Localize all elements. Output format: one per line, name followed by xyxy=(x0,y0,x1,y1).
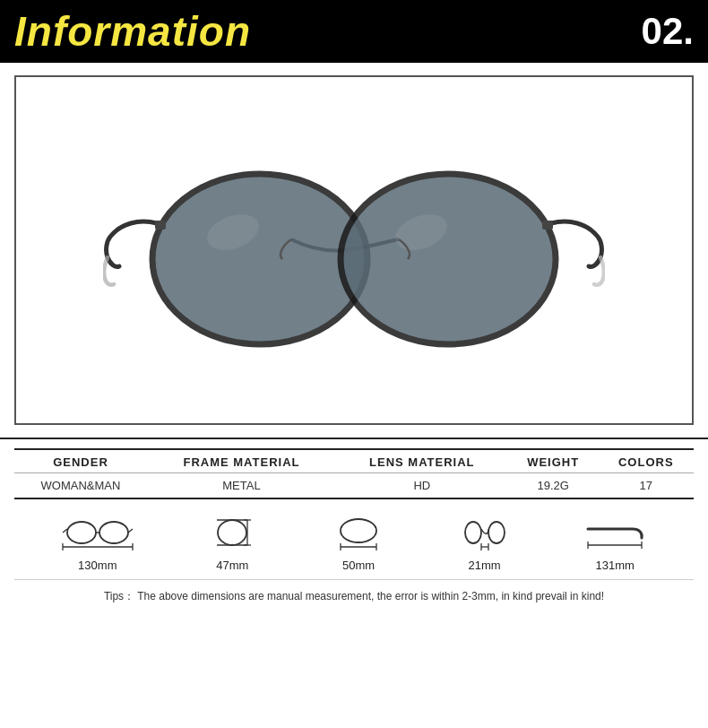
col-weight: WEIGHT xyxy=(508,449,599,473)
dim-icon-height xyxy=(210,512,255,553)
svg-line-10 xyxy=(128,529,133,533)
page-wrapper: Information 02. xyxy=(0,0,708,728)
svg-point-6 xyxy=(67,522,96,543)
dim-label-full: 130mm xyxy=(78,559,117,572)
col-frame: FRAME MATERIAL xyxy=(147,449,336,473)
svg-point-24 xyxy=(465,522,481,543)
dim-full-width: 130mm xyxy=(62,512,134,572)
dim-svg-bridge xyxy=(462,513,507,552)
dim-label-height: 47mm xyxy=(216,559,248,572)
dim-icon-arm xyxy=(583,512,646,553)
specs-table: GENDER FRAME MATERIAL LENS MATERIAL WEIG… xyxy=(14,448,694,499)
svg-rect-4 xyxy=(155,221,166,230)
dim-svg-lens-width xyxy=(332,513,385,552)
image-section xyxy=(0,63,708,439)
product-image-box xyxy=(14,75,694,425)
col-colors: COLORS xyxy=(599,449,694,473)
dim-lens-width: 50mm xyxy=(332,512,385,572)
header: Information 02. xyxy=(0,0,708,63)
val-gender: WOMAN&MAN xyxy=(14,473,147,499)
svg-point-14 xyxy=(218,520,246,545)
specs-header-row: GENDER FRAME MATERIAL LENS MATERIAL WEIG… xyxy=(14,449,694,473)
dim-icon-bridge xyxy=(462,512,507,553)
val-weight: 19.2G xyxy=(508,473,599,499)
specs-value-row: WOMAN&MAN METAL HD 19.2G 17 xyxy=(14,473,694,499)
dim-icon-full xyxy=(62,512,134,553)
svg-point-7 xyxy=(99,522,128,543)
dim-lens-height: 47mm xyxy=(210,512,255,572)
svg-point-1 xyxy=(341,174,556,344)
col-lens: LENS MATERIAL xyxy=(336,449,508,473)
svg-point-20 xyxy=(341,519,376,542)
val-lens: HD xyxy=(336,473,508,499)
page-number: 02. xyxy=(642,10,694,53)
val-colors: 17 xyxy=(599,473,694,499)
svg-point-0 xyxy=(152,174,367,344)
dim-arm: 131mm xyxy=(583,512,646,572)
dim-icon-lens-width xyxy=(332,512,385,553)
val-frame: METAL xyxy=(147,473,336,499)
svg-point-25 xyxy=(488,522,505,543)
dim-label-bridge: 21mm xyxy=(469,559,501,572)
dimensions-row: 130mm 47mm xyxy=(14,499,694,576)
dim-svg-height xyxy=(210,513,255,552)
page-title: Information xyxy=(14,7,251,56)
tips-text: Tips： The above dimensions are manual me… xyxy=(104,590,604,602)
dim-svg-full xyxy=(62,513,134,552)
dim-svg-arm xyxy=(583,513,646,552)
col-gender: GENDER xyxy=(14,449,147,473)
dim-label-arm: 131mm xyxy=(595,559,634,572)
svg-rect-5 xyxy=(542,221,553,230)
info-section: GENDER FRAME MATERIAL LENS MATERIAL WEIG… xyxy=(0,439,708,728)
tips-row: Tips： The above dimensions are manual me… xyxy=(14,579,694,610)
dim-bridge: 21mm xyxy=(462,512,507,572)
sunglasses-illustration xyxy=(103,116,605,385)
dim-label-lens-width: 50mm xyxy=(342,559,375,572)
